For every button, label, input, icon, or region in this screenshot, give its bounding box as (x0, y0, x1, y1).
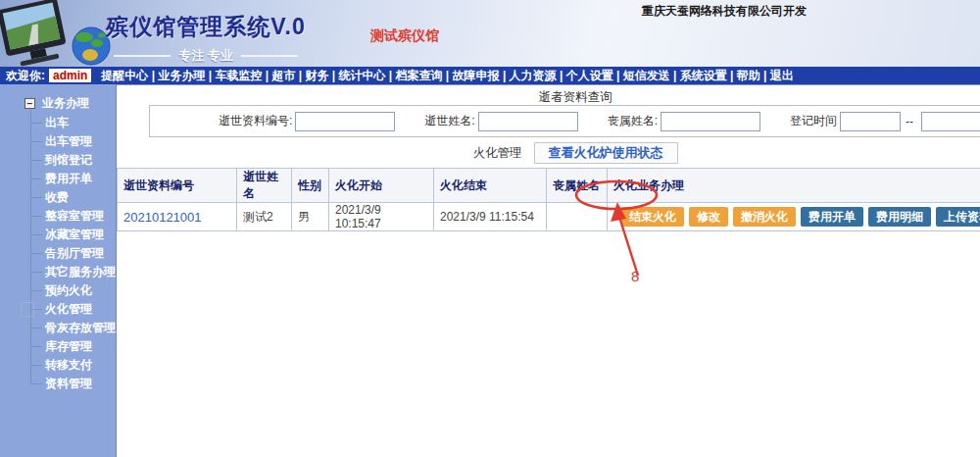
cell-gender: 男 (292, 203, 329, 231)
sidebar-item[interactable]: 转移支付 (0, 356, 116, 375)
sidebar: − 业务办理 出车出车管理到馆登记费用开单收费整容室管理冰藏室管理告别厅管理其它… (0, 84, 117, 457)
logo-monitor-icon (0, 0, 69, 67)
nav-item[interactable]: 人力资源 (500, 69, 557, 82)
date-range-separator: -- (906, 115, 913, 128)
sidebar-root[interactable]: − 业务办理 (0, 94, 116, 112)
nav-item[interactable]: 故障申报 (443, 69, 500, 82)
sidebar-item[interactable]: 预约火化 (0, 281, 116, 300)
sidebar-item[interactable]: 库存管理 (0, 337, 116, 356)
table-header-cell: 逝世资料编号 (118, 169, 237, 203)
sidebar-item[interactable]: 整容室管理 (0, 207, 116, 226)
fee-detail-button[interactable]: 费用明细 (868, 207, 931, 227)
sidebar-root-label: 业务办理 (42, 95, 89, 111)
end-cremation-button[interactable]: 结束火化 (621, 207, 684, 227)
edit-button[interactable]: 修改 (689, 207, 728, 227)
nav-item[interactable]: 系统设置 (670, 69, 727, 82)
nav-item[interactable]: 帮助 (727, 69, 760, 82)
sidebar-item[interactable]: 资料管理 (0, 375, 116, 393)
family-name-input[interactable] (661, 112, 760, 131)
nav-item[interactable]: 短信发送 (613, 69, 670, 82)
nav-item[interactable]: 财务 (295, 69, 328, 82)
table-row: 20210121001 测试2 男 2021/3/9 10:15:47 2021… (118, 203, 980, 231)
nav-item[interactable]: 车载监控 (205, 69, 262, 82)
sidebar-item[interactable]: 冰藏室管理 (0, 226, 116, 244)
collapse-minus-icon[interactable]: − (24, 98, 35, 109)
deceased-id-link[interactable]: 20210121001 (123, 210, 202, 225)
cremation-table: 逝世资料编号逝世姓名性别火化开始火化结束丧属姓名火化业务办理 202101210… (117, 168, 980, 231)
sidebar-item[interactable]: 其它服务办理 (0, 263, 116, 281)
nav-item[interactable]: 个人设置 (557, 69, 613, 82)
nav-item[interactable]: 提醒中心 (101, 69, 148, 82)
family-name-field: 丧属姓名: (608, 112, 760, 131)
nav-menu: 提醒中心业务办理车载监控超市财务统计中心档案查询故障申报人力资源个人设置短信发送… (101, 68, 793, 84)
deceased-id-label: 逝世资料编号: (219, 113, 292, 129)
register-date-from-input[interactable] (840, 112, 901, 131)
cremation-section-label: 火化管理 (473, 145, 522, 162)
deceased-name-field: 逝世姓名: (424, 112, 577, 131)
cell-actions: 结束火化 修改 撤消火化 费用开单 费用明细 上传资料 单据打印▼ (608, 203, 980, 231)
subtitle-rule-right (241, 55, 298, 57)
sidebar-item[interactable]: 火化管理 (0, 300, 116, 319)
sidebar-tree: 出车出车管理到馆登记费用开单收费整容室管理冰藏室管理告别厅管理其它服务办理预约火… (0, 114, 116, 393)
query-form: 逝世资料编号: 逝世姓名: 丧属姓名: 登记时间 -- 查询 (149, 105, 980, 137)
username-chip[interactable]: admin (49, 69, 91, 82)
cell-family-name (547, 203, 608, 231)
nav-item[interactable]: 档案查询 (386, 69, 443, 82)
nav-item[interactable]: 超市 (262, 69, 295, 82)
cell-deceased-name: 测试2 (237, 203, 292, 231)
sidebar-item[interactable]: 到馆登记 (0, 151, 116, 170)
cremation-section: 火化管理 查看火化炉使用状态 (117, 138, 980, 168)
nav-item[interactable]: 业务办理 (148, 69, 205, 82)
subtitle-rule-left (114, 55, 171, 57)
sidebar-item[interactable]: 骨灰存放管理 (0, 319, 116, 337)
app-window: 殡仪馆管理系统V.0 专注 专业 测试殡仪馆 重庆天蚕网络科技有限公司开发 欢迎… (0, 0, 980, 457)
register-date-to-input[interactable] (921, 112, 980, 131)
register-time-field: 登记时间 -- (790, 112, 980, 131)
furnace-status-button[interactable]: 查看火化炉使用状态 (534, 142, 678, 164)
deceased-name-label: 逝世姓名: (424, 113, 474, 129)
app-header: 殡仪馆管理系统V.0 专注 专业 测试殡仪馆 重庆天蚕网络科技有限公司开发 (0, 0, 980, 67)
cell-deceased-id: 20210121001 (118, 203, 237, 231)
deceased-id-input[interactable] (295, 112, 395, 131)
cell-cremation-end: 2021/3/9 11:15:54 (434, 203, 547, 231)
app-body: − 业务办理 出车出车管理到馆登记费用开单收费整容室管理冰藏室管理告别厅管理其它… (0, 84, 980, 457)
sidebar-item[interactable]: 告别厅管理 (0, 244, 116, 263)
table-header-cell: 火化业务办理 (608, 169, 980, 203)
table-header-cell: 性别 (292, 169, 329, 203)
cell-cremation-start: 2021/3/9 10:15:47 (329, 203, 434, 231)
sidebar-item[interactable]: 出车 (0, 114, 116, 132)
page-title: 殡仪馆管理系统V.0 (93, 12, 318, 42)
welcome-label: 欢迎你: (6, 68, 45, 84)
upload-file-button[interactable]: 上传资料 (936, 207, 980, 227)
nav-item[interactable]: 退出 (760, 69, 794, 82)
deceased-name-input[interactable] (478, 112, 578, 131)
table-header-cell: 丧属姓名 (547, 169, 608, 203)
cancel-cremation-button[interactable]: 撤消火化 (733, 207, 796, 227)
subtitle-text: 专注 专业 (178, 47, 233, 65)
sidebar-item[interactable]: 收费 (0, 188, 116, 207)
deceased-id-field: 逝世资料编号: (219, 112, 395, 131)
table-header-cell: 火化结束 (434, 169, 547, 203)
table-header-cell: 逝世姓名 (237, 169, 292, 203)
query-section-title: 逝者资料查询 (117, 85, 980, 103)
top-navbar: 欢迎你: admin 提醒中心业务办理车载监控超市财务统计中心档案查询故障申报人… (0, 67, 980, 84)
table-header-row: 逝世资料编号逝世姓名性别火化开始火化结束丧属姓名火化业务办理 (118, 169, 980, 203)
nav-item[interactable]: 统计中心 (328, 69, 385, 82)
tree-node-box (21, 302, 34, 317)
register-time-label: 登记时间 (790, 113, 837, 129)
app-subtitle: 专注 专业 (93, 47, 318, 65)
sidebar-item[interactable]: 费用开单 (0, 170, 116, 188)
main-content: 逝者资料查询 逝世资料编号: 逝世姓名: 丧属姓名: 登记时间 -- (117, 84, 980, 457)
billing-button[interactable]: 费用开单 (801, 207, 863, 227)
org-name: 测试殡仪馆 (370, 27, 439, 45)
table-header-cell: 火化开始 (329, 169, 434, 203)
sidebar-item[interactable]: 出车管理 (0, 132, 116, 151)
family-name-label: 丧属姓名: (608, 113, 658, 129)
developer-credit: 重庆天蚕网络科技有限公司开发 (642, 3, 807, 20)
